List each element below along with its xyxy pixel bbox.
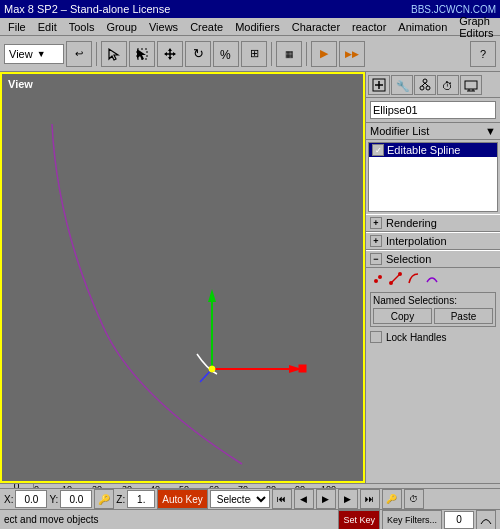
svg-rect-14 <box>299 365 306 372</box>
motion-tab-icon[interactable]: ⏱ <box>437 75 459 95</box>
mirror-button[interactable]: ⊞ <box>241 41 267 67</box>
next-frame-button[interactable]: ▶ <box>338 489 358 509</box>
tick-0: 0 <box>34 484 39 489</box>
menu-graph[interactable]: Graph Editors <box>453 14 499 40</box>
toolbar-sep3 <box>306 42 307 66</box>
viewport-canvas <box>2 74 363 481</box>
svg-marker-0 <box>109 49 118 60</box>
rendering-toggle[interactable]: + <box>370 217 382 229</box>
svg-rect-27 <box>465 81 477 89</box>
z-label: Z: <box>116 494 125 505</box>
toolbar-separator <box>96 42 97 66</box>
go-to-end-button[interactable]: ⏭ <box>360 489 380 509</box>
select-region-button[interactable] <box>129 41 155 67</box>
named-selections-label: Named Selections: <box>373 295 493 306</box>
prev-frame-button[interactable]: ◀ <box>294 489 314 509</box>
spline-icon[interactable] <box>406 271 422 287</box>
tick-10: 10 <box>62 484 72 489</box>
svg-text:%: % <box>220 48 231 61</box>
tick-40: 40 <box>150 484 160 489</box>
help-button[interactable]: ? <box>470 41 496 67</box>
svg-point-16 <box>209 366 215 372</box>
svg-point-35 <box>398 272 402 276</box>
modifier-item-editable-spline[interactable]: ✓ Editable Spline <box>369 143 497 157</box>
scale-button[interactable]: % <box>213 41 239 67</box>
modifier-list-box[interactable]: ✓ Editable Spline <box>368 142 498 212</box>
modifier-checkbox[interactable]: ✓ <box>372 144 384 156</box>
svg-point-22 <box>420 86 424 90</box>
auto-key-button[interactable]: Auto Key <box>157 489 208 509</box>
svg-point-32 <box>378 275 382 279</box>
svg-marker-6 <box>168 57 172 60</box>
menu-edit[interactable]: Edit <box>32 20 63 34</box>
create-tab-icon[interactable] <box>368 75 390 95</box>
lock-handles-checkbox[interactable] <box>370 331 382 343</box>
svg-point-21 <box>423 79 427 83</box>
tangent-icon[interactable] <box>424 271 440 287</box>
selection-section-header[interactable]: − Selection <box>366 250 500 268</box>
menu-character[interactable]: Character <box>286 20 346 34</box>
hierarchy-tab-icon[interactable] <box>414 75 436 95</box>
main-area: View <box>0 72 500 483</box>
mini-curve-btn[interactable] <box>476 510 496 530</box>
object-name-section <box>366 98 500 123</box>
vertex-icon[interactable] <box>370 271 386 287</box>
toolbar-sep2 <box>271 42 272 66</box>
view-dropdown[interactable]: View ▼ <box>4 44 64 64</box>
named-selections-section: Named Selections: Copy Paste <box>370 292 496 327</box>
modify-tab-icon[interactable]: 🔧 <box>391 75 413 95</box>
copy-button[interactable]: Copy <box>373 308 432 324</box>
timeline[interactable]: 0 0 10 20 30 40 50 60 70 80 90 100 <box>0 484 500 489</box>
undo-button[interactable]: ↩ <box>66 41 92 67</box>
menu-animation[interactable]: Animation <box>392 20 453 34</box>
rendering-section-header[interactable]: + Rendering <box>366 214 500 232</box>
selected-dropdown[interactable]: Selected <box>210 490 270 508</box>
quick-render-button[interactable]: ▶▶ <box>339 41 365 67</box>
go-to-start-button[interactable]: ⏮ <box>272 489 292 509</box>
time-config-button[interactable]: ⏱ <box>404 489 424 509</box>
play-button[interactable]: ▶ <box>316 489 336 509</box>
bottom-second-row: ect and move objects Set Key Key Filters… <box>0 509 500 529</box>
key-mode-button[interactable]: 🔑 <box>382 489 402 509</box>
named-selections-buttons: Copy Paste <box>373 308 493 324</box>
segment-icon[interactable] <box>388 271 404 287</box>
menu-views[interactable]: Views <box>143 20 184 34</box>
tick-50: 50 <box>179 484 189 489</box>
menu-tools[interactable]: Tools <box>63 20 101 34</box>
move-button[interactable] <box>157 41 183 67</box>
rotate-button[interactable]: ↻ <box>185 41 211 67</box>
current-frame-input[interactable] <box>444 511 474 529</box>
key-icon-btn[interactable]: 🔑 <box>94 489 114 509</box>
modifier-list-dropdown[interactable]: ▼ <box>485 125 496 137</box>
menu-bar: File Edit Tools Group Views Create Modif… <box>0 18 500 36</box>
selection-toggle[interactable]: − <box>370 253 382 265</box>
svg-line-24 <box>422 83 425 86</box>
set-key-button[interactable]: Set Key <box>338 510 380 530</box>
rp-icon-row: 🔧 ⏱ <box>366 72 500 98</box>
menu-create[interactable]: Create <box>184 20 229 34</box>
select-button[interactable] <box>101 41 127 67</box>
tick-60: 60 <box>209 484 219 489</box>
key-filters-button[interactable]: Key Filters... <box>382 510 442 530</box>
right-panel: 🔧 ⏱ <box>365 72 500 483</box>
y-input[interactable] <box>60 490 92 508</box>
x-input[interactable] <box>15 490 47 508</box>
menu-file[interactable]: File <box>2 20 32 34</box>
tick-80: 80 <box>266 484 276 489</box>
menu-reactor[interactable]: reactor <box>346 20 392 34</box>
menu-modifiers[interactable]: Modifiers <box>229 20 286 34</box>
interpolation-section-header[interactable]: + Interpolation <box>366 232 500 250</box>
menu-group[interactable]: Group <box>100 20 143 34</box>
layer-button[interactable]: ▦ <box>276 41 302 67</box>
paste-button[interactable]: Paste <box>434 308 493 324</box>
interpolation-toggle[interactable]: + <box>370 235 382 247</box>
object-name-input[interactable] <box>370 101 496 119</box>
render-button[interactable]: ▶ <box>311 41 337 67</box>
timeline-ruler[interactable]: 0 10 20 30 40 50 60 70 80 90 100 <box>34 484 500 489</box>
viewport[interactable]: View <box>0 72 365 483</box>
z-input[interactable] <box>127 490 155 508</box>
lock-handles-row: Lock Handles <box>366 329 500 345</box>
display-tab-icon[interactable] <box>460 75 482 95</box>
svg-marker-7 <box>164 52 167 56</box>
svg-marker-2 <box>137 49 146 60</box>
